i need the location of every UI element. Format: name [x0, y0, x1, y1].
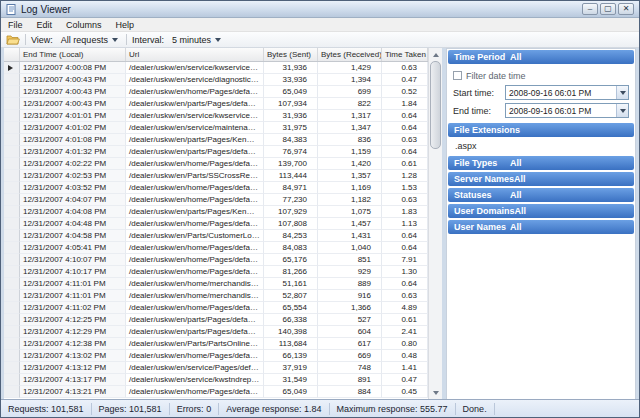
end-time-picker[interactable]: 2008-09-16 06:01 PM: [505, 103, 629, 118]
minimize-button[interactable]: –: [582, 3, 598, 15]
table-row[interactable]: 12/31/2007 4:01:01 PM/dealer/uskw/en/ser…: [4, 110, 428, 122]
table-row[interactable]: 12/31/2007 4:10:17 PM/dealer/uskw/en/hom…: [4, 266, 428, 278]
cell-end-time: 12/31/2007 4:12:25 PM: [20, 314, 126, 326]
menu-columns[interactable]: Columns: [59, 18, 109, 31]
scrollbar-track[interactable]: [429, 61, 442, 386]
cell-time-taken: 0.52: [382, 86, 428, 98]
file-extension-item[interactable]: .aspx: [455, 141, 477, 151]
table-row[interactable]: 12/31/2007 4:10:07 PM/dealer/uskw/en/hom…: [4, 254, 428, 266]
cell-bytes-sent: 84,383: [264, 134, 318, 146]
menu-edit[interactable]: Edit: [30, 18, 60, 31]
cell-time-taken: 0.61: [382, 314, 428, 326]
cell-bytes-sent: 65,176: [264, 254, 318, 266]
log-table[interactable]: End Time (Local) Url Bytes (Sent) Bytes …: [4, 48, 428, 399]
row-selector: [4, 314, 20, 326]
table-row[interactable]: 12/31/2007 4:11:01 PM/dealer/uskw/en/hom…: [4, 290, 428, 302]
table-row[interactable]: 12/31/2007 4:04:08 PM/dealer/uskw/en/par…: [4, 206, 428, 218]
table-row[interactable]: 12/31/2007 4:00:43 PM/dealer/uskw/en/ser…: [4, 74, 428, 86]
panel-header-server-names[interactable]: Server NamesAll: [448, 172, 634, 186]
header-time-taken[interactable]: Time Taken: [382, 48, 428, 61]
panel-header-user-domains[interactable]: User DomainsAll: [448, 204, 634, 218]
cell-bytes-received: 836: [318, 134, 382, 146]
table-row[interactable]: 12/31/2007 4:00:43 PM/dealer/uskw/en/hom…: [4, 86, 428, 98]
cell-bytes-received: 1,431: [318, 230, 382, 242]
panel-header-user-names[interactable]: User NamesAll: [448, 220, 634, 234]
table-row[interactable]: 12/31/2007 4:13:12 PM/dealer/uskw/en/ser…: [4, 362, 428, 374]
row-selector: [4, 242, 20, 254]
table-row[interactable]: 12/31/2007 4:00:08 PM/dealer/uskw/en/ser…: [4, 62, 428, 74]
panel-header-statuses[interactable]: StatusesAll: [448, 188, 634, 202]
filter-date-time-checkbox[interactable]: [453, 71, 462, 80]
cell-bytes-received: 604: [318, 326, 382, 338]
cell-url: /dealer/uskw/en/home/Pages/default.aspx: [126, 302, 264, 314]
scrollbar-thumb[interactable]: [430, 61, 441, 149]
panel-badge: All: [510, 190, 522, 200]
end-time-dropdown-button[interactable]: [616, 104, 628, 117]
table-row[interactable]: 12/31/2007 4:04:07 PM/dealer/uskw/en/hom…: [4, 194, 428, 206]
table-row[interactable]: 12/31/2007 4:13:02 PM/dealer/uskw/en/hom…: [4, 350, 428, 362]
scroll-down-button[interactable]: [429, 386, 442, 399]
cell-time-taken: 0.48: [382, 350, 428, 362]
cell-end-time: 12/31/2007 4:13:02 PM: [20, 350, 126, 362]
table-row[interactable]: 12/31/2007 4:01:32 PM/dealer/uskw/en/par…: [4, 146, 428, 158]
open-folder-icon[interactable]: [6, 34, 20, 46]
panel-title: Server Names: [454, 174, 514, 184]
scroll-up-button[interactable]: [429, 48, 442, 61]
row-selector: [4, 278, 20, 290]
panel-title: File Extensions: [454, 125, 520, 135]
cell-time-taken: 0.63: [382, 194, 428, 206]
chevron-down-icon: [620, 109, 626, 113]
header-bytes-received[interactable]: Bytes (Received): [318, 48, 382, 61]
table-row[interactable]: 12/31/2007 4:13:21 PM/dealer/uskw/en/hom…: [4, 386, 428, 398]
interval-dropdown[interactable]: 5 minutes: [169, 34, 224, 46]
table-row[interactable]: 12/31/2007 4:02:53 PM/dealer/uskw/en/Par…: [4, 170, 428, 182]
close-button[interactable]: ✕: [618, 3, 634, 15]
cell-bytes-sent: 84,083: [264, 242, 318, 254]
cell-time-taken: 1.28: [382, 170, 428, 182]
table-row[interactable]: 12/31/2007 4:02:22 PM/dealer/uskw/en/hom…: [4, 158, 428, 170]
table-row[interactable]: 12/31/2007 4:01:02 PM/dealer/uskw/en/ser…: [4, 122, 428, 134]
filter-date-time-label: Filter date time: [466, 71, 526, 81]
table-row[interactable]: 12/31/2007 4:12:25 PM/dealer/uskw/en/par…: [4, 314, 428, 326]
cell-end-time: 12/31/2007 4:00:43 PM: [20, 98, 126, 110]
cell-time-taken: 0.61: [382, 158, 428, 170]
table-row[interactable]: 12/31/2007 4:05:41 PM/dealer/uskw/en/hom…: [4, 242, 428, 254]
table-row[interactable]: 12/31/2007 4:00:43 PM/dealer/uskw/en/par…: [4, 98, 428, 110]
table-row[interactable]: 12/31/2007 4:04:58 PM/dealer/uskw/en/Par…: [4, 230, 428, 242]
panel-title: User Names: [454, 222, 510, 232]
vertical-scrollbar[interactable]: [428, 48, 442, 399]
panel-badge: All: [510, 158, 522, 168]
table-row[interactable]: 12/31/2007 4:01:08 PM/dealer/uskw/en/par…: [4, 134, 428, 146]
table-row[interactable]: 12/31/2007 4:04:48 PM/dealer/uskw/en/hom…: [4, 218, 428, 230]
panel-header-file-extensions[interactable]: File Extensions: [448, 123, 634, 137]
view-dropdown[interactable]: All requests: [58, 34, 121, 46]
panel-header-file-types[interactable]: File TypesAll: [448, 156, 634, 170]
cell-time-taken: 4.89: [382, 302, 428, 314]
titlebar[interactable]: Log Viewer – ▢ ✕: [1, 1, 639, 18]
start-time-dropdown-button[interactable]: [616, 86, 628, 99]
table-row[interactable]: 12/31/2007 4:11:02 PM/dealer/uskw/en/hom…: [4, 302, 428, 314]
cell-bytes-received: 884: [318, 386, 382, 398]
table-row[interactable]: 12/31/2007 4:12:29 PM/dealer/uskw/en/par…: [4, 326, 428, 338]
interval-label: Interval:: [132, 35, 164, 45]
start-time-picker[interactable]: 2008-09-16 06:01 PM: [505, 85, 629, 100]
panel-badge: All: [510, 52, 522, 62]
scroll-up-icon: [433, 53, 439, 57]
panel-badge: All: [515, 206, 527, 216]
table-row[interactable]: 12/31/2007 4:03:52 PM/dealer/uskw/en/hom…: [4, 182, 428, 194]
header-end-time[interactable]: End Time (Local): [20, 48, 126, 61]
cell-time-taken: 1.30: [382, 266, 428, 278]
table-row[interactable]: 12/31/2007 4:13:17 PM/dealer/uskw/en/ser…: [4, 374, 428, 386]
table-row[interactable]: 12/31/2007 4:12:38 PM/dealer/uskw/en/Par…: [4, 338, 428, 350]
toolbar-separator: [25, 34, 26, 45]
menu-file[interactable]: File: [1, 18, 30, 31]
cell-bytes-received: 527: [318, 314, 382, 326]
panel-header-time-period[interactable]: Time Period All: [448, 50, 634, 64]
maximize-button[interactable]: ▢: [600, 3, 616, 15]
header-bytes-sent[interactable]: Bytes (Sent): [264, 48, 318, 61]
header-url[interactable]: Url: [126, 48, 264, 61]
table-row[interactable]: 12/31/2007 4:11:01 PM/dealer/uskw/en/hom…: [4, 278, 428, 290]
cell-end-time: 12/31/2007 4:00:43 PM: [20, 86, 126, 98]
menu-help[interactable]: Help: [109, 18, 142, 31]
cell-bytes-sent: 65,049: [264, 386, 318, 398]
